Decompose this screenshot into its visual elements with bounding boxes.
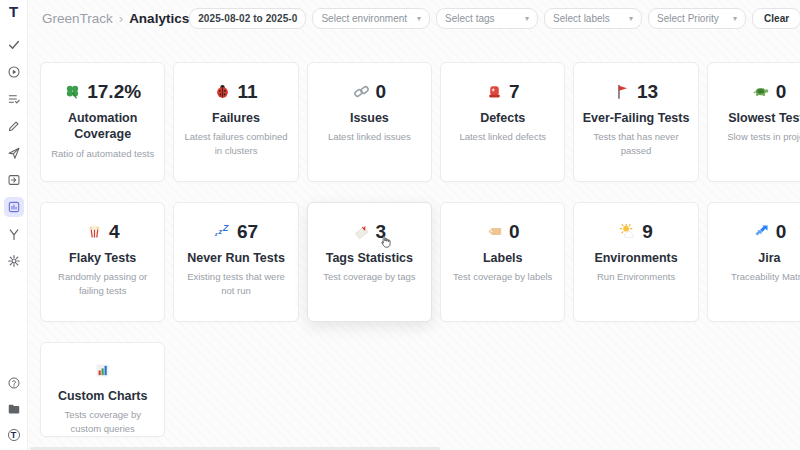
select-tags-dropdown[interactable]: Select tags ▾ (436, 8, 538, 29)
card-never-run-tests[interactable]: 67 Never Run Tests Existing tests that w… (173, 202, 298, 322)
card-subtitle: Tests coverage by custom queries (49, 408, 156, 436)
card-value: 67 (237, 222, 258, 241)
branch-icon (7, 227, 21, 241)
card-value: 7 (509, 82, 520, 101)
card-subtitle: Tests that has never passed (582, 130, 689, 158)
siren-icon (486, 83, 503, 100)
card-defects[interactable]: 7 Defects Latest linked defects (440, 62, 565, 182)
sidebar-item-play-circle[interactable] (4, 62, 24, 82)
ladybug-icon (214, 83, 231, 100)
sidebar-bottom: T (4, 373, 24, 445)
dropdown-placeholder: Select environment (321, 13, 407, 24)
card-subtitle: Slow tests in project (727, 130, 800, 144)
chevron-down-icon: ▾ (525, 14, 529, 23)
play-circle-icon (7, 65, 21, 79)
card-value: 11 (237, 82, 257, 101)
card-failures[interactable]: 11 Failures Latest failures combined in … (173, 62, 298, 182)
card-flaky-tests[interactable]: 4 Flaky Tests Randomly passing or failin… (40, 202, 165, 322)
label-tag-icon (486, 223, 503, 240)
app-window: T T GreenTrack › Analytics 2025-08-02 to… (0, 0, 800, 450)
card-subtitle: Run Environments (597, 270, 675, 284)
card-value: 9 (642, 222, 653, 241)
chevron-down-icon: ▾ (733, 14, 737, 23)
sidebar-item-branch[interactable] (4, 224, 24, 244)
card-title: Environments (594, 250, 677, 266)
card-value: 3 (376, 222, 387, 241)
card-title: Automation Coverage (49, 110, 156, 143)
sidebar-item-avatar[interactable]: T (4, 425, 24, 445)
sidebar-item-folder[interactable] (4, 399, 24, 419)
card-title: Tags Statistics (326, 250, 413, 266)
card-title: Slowest Tests (728, 110, 800, 126)
card-title: Flaky Tests (69, 250, 136, 266)
chevron-down-icon: ▾ (417, 14, 421, 23)
select-priority-dropdown[interactable]: Select Priority ▾ (648, 8, 746, 29)
gear-icon (7, 254, 21, 268)
card-value: 0 (376, 82, 387, 101)
card-environments[interactable]: 9 Environments Run Environments (573, 202, 698, 322)
card-value: 0 (776, 82, 787, 101)
card-subtitle: Traceability Matrix (731, 270, 800, 284)
page-header: GreenTrack › Analytics 2025-08-02 to 202… (28, 0, 800, 36)
sidebar-item-list-check[interactable] (4, 89, 24, 109)
popcorn-icon (86, 223, 103, 240)
select-labels-dropdown[interactable]: Select labels ▾ (544, 8, 642, 29)
card-ever-failing-tests[interactable]: 13 Ever-Failing Tests Tests that has nev… (573, 62, 698, 182)
avatar-letter: T (11, 430, 17, 440)
flag-icon (614, 83, 631, 100)
card-labels[interactable]: 0 Labels Test coverage by labels (440, 202, 565, 322)
breadcrumb-separator: › (119, 11, 123, 26)
card-custom-charts[interactable]: Custom Charts Tests coverage by custom q… (40, 342, 165, 437)
card-subtitle: Test coverage by tags (323, 270, 415, 284)
turtle-icon (753, 83, 770, 100)
zzz-icon (214, 223, 231, 240)
clover-icon (64, 83, 81, 100)
pencil-icon (7, 119, 21, 133)
sidebar-item-check[interactable] (4, 35, 24, 55)
widgets-grid: 17.2% Automation Coverage Ratio of autom… (28, 36, 800, 437)
date-range-picker[interactable]: 2025-08-02 to 2025-0 (189, 8, 306, 29)
card-automation-coverage[interactable]: 17.2% Automation Coverage Ratio of autom… (40, 62, 165, 182)
link-icon (353, 83, 370, 100)
list-check-icon (7, 92, 21, 106)
card-title: Custom Charts (58, 388, 148, 404)
breadcrumb: GreenTrack › Analytics (42, 11, 189, 26)
bookmark-tag-icon (353, 223, 370, 240)
sidebar-item-help[interactable] (4, 373, 24, 393)
sidebar-item-analytics-chart[interactable] (4, 197, 24, 217)
clear-filters-button[interactable]: Clear (752, 8, 800, 29)
breadcrumb-project[interactable]: GreenTrack (42, 11, 113, 26)
card-subtitle: Latest linked issues (328, 130, 411, 144)
jira-icon (753, 223, 770, 240)
help-icon (7, 376, 21, 390)
card-title: Labels (483, 250, 523, 266)
card-tags-statistics[interactable]: 3 Tags Statistics Test coverage by tags (307, 202, 432, 322)
card-title: Issues (350, 110, 389, 126)
main-area: GreenTrack › Analytics 2025-08-02 to 202… (28, 0, 800, 450)
card-subtitle: Randomly passing or failing tests (49, 270, 156, 298)
card-jira[interactable]: 0 Jira Traceability Matrix (707, 202, 800, 322)
sidebar-item-pencil[interactable] (4, 116, 24, 136)
sidebar-item-gear[interactable] (4, 251, 24, 271)
filter-bar: 2025-08-02 to 2025-0 Select environment … (189, 8, 800, 29)
analytics-chart-icon (7, 200, 21, 214)
card-title: Defects (480, 110, 525, 126)
sidebar-item-plane[interactable] (4, 143, 24, 163)
dropdown-placeholder: Select Priority (657, 13, 719, 24)
app-logo: T (9, 4, 18, 19)
sidebar-nav (4, 35, 24, 271)
page-title: Analytics (129, 11, 189, 26)
plane-icon (7, 146, 21, 160)
check-icon (7, 38, 21, 52)
select-environment-dropdown[interactable]: Select environment ▾ (312, 8, 430, 29)
card-subtitle: Latest linked defects (459, 130, 546, 144)
card-title: Ever-Failing Tests (583, 110, 690, 126)
sidebar-item-inbox-arrow[interactable] (4, 170, 24, 190)
inbox-arrow-icon (7, 173, 21, 187)
card-title: Jira (758, 250, 780, 266)
card-value: 0 (776, 222, 787, 241)
card-slowest-tests[interactable]: 0 Slowest Tests Slow tests in project (707, 62, 800, 182)
card-issues[interactable]: 0 Issues Latest linked issues (307, 62, 432, 182)
dropdown-placeholder: Select tags (445, 13, 494, 24)
card-title: Failures (212, 110, 260, 126)
